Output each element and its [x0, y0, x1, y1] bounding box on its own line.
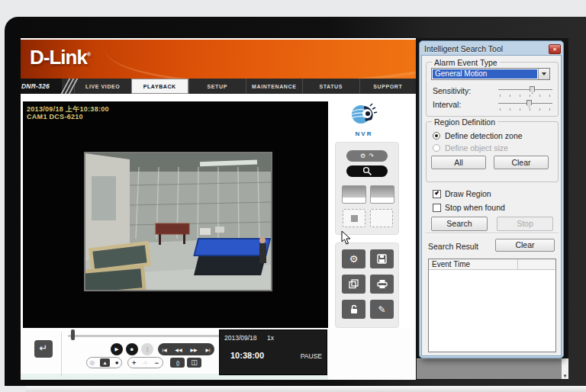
dialog-title: Intelligent Search Tool: [421, 44, 549, 53]
marker-end-button[interactable]: ●: [115, 359, 119, 366]
interval-slider-track[interactable]: [498, 103, 552, 104]
stop-search-button[interactable]: Stop: [497, 217, 553, 231]
sensitivity-slider-thumb[interactable]: [530, 86, 535, 94]
unlock-button[interactable]: [342, 300, 365, 319]
smart-search-button[interactable]: [346, 165, 388, 177]
section-separator: [426, 233, 559, 234]
column-divider: [517, 259, 518, 270]
all-button[interactable]: All: [431, 156, 486, 169]
nav-tabs: LIVE VIDEO PLAYBACK SETUP MAINTENANCE ST…: [74, 79, 416, 94]
status-speed: 1x: [267, 334, 274, 342]
save-button[interactable]: [370, 249, 394, 268]
gear-icon: ⚙: [360, 153, 365, 159]
brand-banner: D-Link®: [21, 40, 416, 79]
printer-icon: [377, 279, 388, 289]
unlock-icon: [349, 304, 359, 314]
interval-label: Interval:: [433, 100, 461, 109]
tab-live-video[interactable]: LIVE VIDEO: [74, 79, 131, 94]
taskbar-strip: [417, 358, 562, 379]
nav-bar: DNR-326 LIVE VIDEO PLAYBACK SETUP MAINTE…: [21, 79, 416, 94]
screen: D-Link® DNR-326 LIVE VIDEO PLAYBACK SETU…: [21, 38, 568, 380]
interval-slider-ticks: [500, 108, 551, 111]
tab-setup[interactable]: SETUP: [188, 79, 246, 94]
tab-maintenance[interactable]: MAINTENANCE: [246, 79, 303, 94]
scroll-down-arrow-icon[interactable]: ▾: [562, 373, 568, 379]
camera-scene: [85, 153, 271, 290]
event-result-list[interactable]: Event Time: [428, 259, 556, 352]
intelligent-search-dialog: Intelligent Search Tool × Alarm Event Ty…: [419, 40, 564, 358]
stop-when-found-checkbox[interactable]: [433, 204, 441, 212]
event-time-column-header[interactable]: Event Time: [429, 259, 555, 270]
edit-button[interactable]: ✎: [370, 300, 394, 319]
stop-button[interactable]: ■: [126, 343, 138, 355]
pause-button[interactable]: ∥: [141, 343, 153, 355]
dialog-body: Alarm Event Type General Motion Sensitiv…: [421, 55, 562, 356]
region-clear-button[interactable]: Clear: [494, 156, 549, 169]
rewind-button[interactable]: ◀◀: [175, 347, 182, 352]
tab-support[interactable]: SUPPORT: [359, 79, 417, 94]
pool-table: [189, 239, 270, 275]
return-button[interactable]: ↵: [34, 340, 53, 358]
draw-region-checkbox[interactable]: [433, 190, 441, 198]
checkmark-icon: [435, 191, 440, 195]
zone-square-icon: [351, 215, 358, 222]
draw-region-label: Draw Region: [445, 189, 491, 198]
search-result-label: Search Result: [428, 242, 478, 251]
video-display-area: 2013/09/18 上午10:38:00 CAM1 DCS-6210: [23, 101, 328, 328]
quad-view-button[interactable]: [370, 185, 394, 204]
browser-scrollbar[interactable]: ▾: [562, 358, 568, 379]
ptz-control-button[interactable]: ⚙↷: [346, 150, 388, 162]
nvr-label: NVR: [347, 130, 381, 137]
sensitivity-slider-track[interactable]: [498, 89, 552, 90]
sensitivity-label: Sensitivity:: [433, 86, 471, 95]
event-list-header[interactable]: Event Time: [429, 259, 555, 270]
screen-mode-button[interactable]: ◫: [187, 358, 201, 368]
floppy-icon: [377, 254, 387, 264]
zone-select-button[interactable]: [343, 209, 365, 227]
swirl-icon: ↷: [369, 153, 374, 159]
settings-button[interactable]: ⚙: [342, 249, 365, 268]
seek-button-group: |◀ ◀◀ ▶▶ ▶|: [158, 343, 214, 355]
result-clear-button[interactable]: Clear: [495, 239, 555, 252]
tab-status[interactable]: STATUS: [302, 79, 359, 94]
define-zone-radio[interactable]: [433, 132, 440, 140]
dlink-logo: D-Link®: [30, 46, 91, 69]
sensitivity-slider-ticks: [500, 95, 551, 97]
event-type-dropdown[interactable]: General Motion: [431, 68, 550, 80]
laptop-base-edge: [26, 386, 586, 392]
status-time: 10:38:00: [230, 351, 264, 360]
close-icon[interactable]: ×: [549, 44, 561, 54]
playback-control-bar: ↵ ▶ ■ ∥ |◀ ◀◀ ▶▶ ▶| ◎ ▲ ● + ∴ − (: [21, 328, 416, 380]
stop-when-found-label: Stop when found: [445, 203, 505, 212]
play-button[interactable]: ▶: [111, 343, 123, 355]
interval-slider[interactable]: [498, 100, 552, 111]
zone-clear-button[interactable]: [370, 209, 393, 227]
fast-forward-button[interactable]: ▶▶: [190, 347, 197, 352]
step-forward-button[interactable]: ▶|: [205, 347, 210, 352]
define-size-label: Define object size: [445, 143, 508, 153]
dialog-title-bar[interactable]: Intelligent Search Tool ×: [421, 43, 562, 55]
person: [259, 237, 266, 263]
speed-up-button[interactable]: +: [132, 359, 136, 367]
banner-swoosh: [102, 40, 416, 79]
timeline-thumb[interactable]: [71, 329, 75, 340]
sensitivity-slider[interactable]: [498, 86, 552, 97]
interval-slider-thumb[interactable]: [526, 100, 532, 108]
search-button[interactable]: Search: [431, 217, 488, 231]
speed-down-button[interactable]: −: [155, 359, 159, 367]
define-size-radio[interactable]: [433, 144, 440, 152]
speed-button-group: + ∴ −: [127, 357, 163, 368]
export-snapshot-button[interactable]: [342, 275, 365, 294]
device-model-tab: DNR-326: [21, 79, 62, 94]
print-button[interactable]: [370, 275, 394, 294]
nvr-eye-icon: [349, 103, 379, 127]
dropdown-arrow-button[interactable]: [538, 69, 549, 79]
frame-bracket-button[interactable]: ( ): [170, 358, 185, 368]
gears-icon: ⚙: [349, 254, 359, 264]
single-view-button[interactable]: [342, 185, 366, 204]
marker-start-button[interactable]: ◎: [89, 359, 95, 366]
marker-set-button[interactable]: ▲: [100, 358, 110, 367]
step-back-button[interactable]: |◀: [162, 347, 166, 352]
magnifier-icon: [362, 166, 372, 176]
tab-playback[interactable]: PLAYBACK: [131, 79, 189, 94]
